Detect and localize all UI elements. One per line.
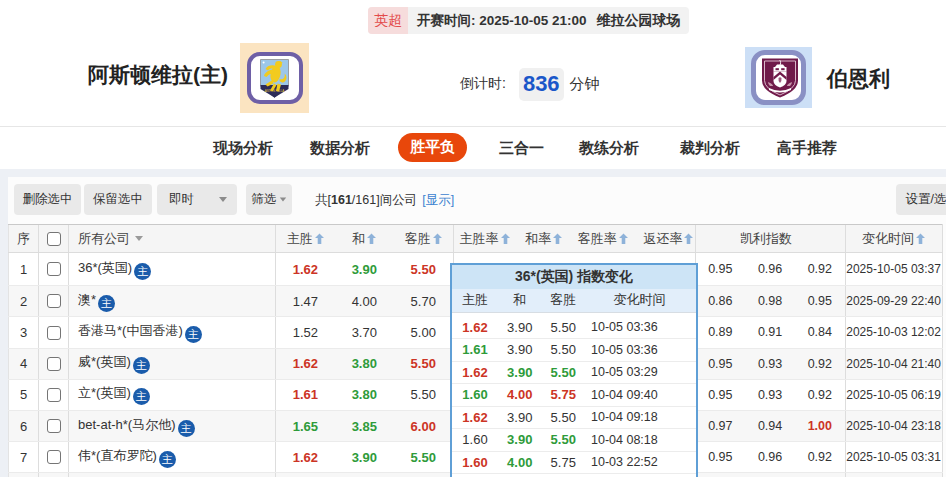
svg-text:ASTON VILLA: ASTON VILLA [265, 88, 284, 92]
